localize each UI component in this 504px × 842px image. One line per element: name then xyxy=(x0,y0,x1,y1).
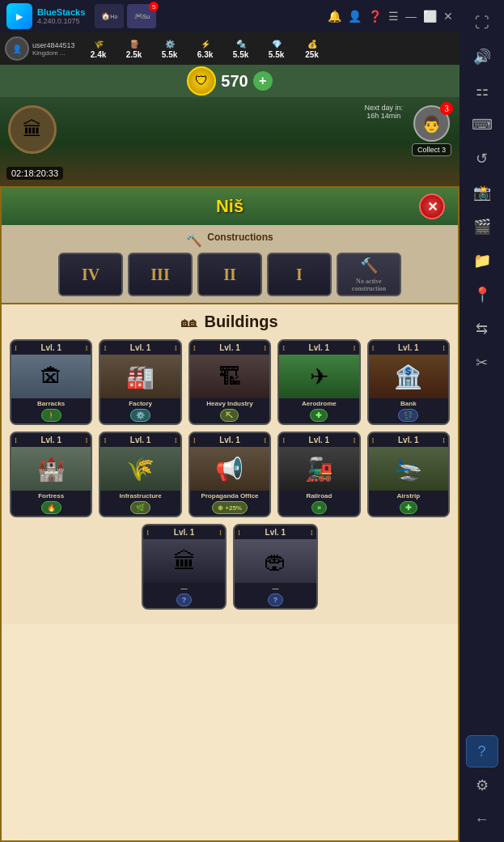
propaganda-footer: Propaganda Office ⊕ +25% xyxy=(190,491,269,516)
bluestacks-logo: ▶ xyxy=(6,3,32,29)
money-value: 25k xyxy=(305,50,319,59)
files-button[interactable]: 📁 xyxy=(466,245,498,277)
location-button[interactable]: 📍 xyxy=(466,279,498,311)
gems-icon: 💎 xyxy=(269,38,285,49)
notification-icon[interactable]: 🔔 xyxy=(328,10,341,23)
tab-home[interactable]: 🏠Ho xyxy=(95,4,124,28)
back-sidebar-button[interactable]: ← xyxy=(466,803,498,836)
propaganda-badge: ⊕ +25% xyxy=(212,501,248,514)
railroad-img-icon: 🚂 xyxy=(305,456,333,483)
game-map: 🏛 02:18:20:33 Next day in: 16h 14min 👨 3… xyxy=(0,97,460,186)
aerodrome-img-icon: ✈ xyxy=(310,364,328,390)
crop-button[interactable]: ✂ xyxy=(466,347,498,379)
heavy-industry-footer: Heavy Industry ⛏ xyxy=(190,398,269,423)
add-coins-button[interactable]: + xyxy=(253,71,273,91)
building-infrastructure[interactable]: I Lvl. 1 I 🌾 Infrastructure 🌿 xyxy=(99,432,181,517)
help-sidebar-button[interactable]: ? xyxy=(466,735,498,768)
close-topbar-icon[interactable]: ✕ xyxy=(443,10,453,23)
coins-bar: 🛡 570 + xyxy=(0,65,460,97)
propaganda-img-icon: 📢 xyxy=(215,456,244,483)
fortress-badge: 🔥 xyxy=(41,501,61,514)
user-avatar[interactable]: 👤 xyxy=(5,36,29,61)
building-unknown-1[interactable]: I Lvl. 1 I 🏛 — ? xyxy=(142,524,227,610)
energy-value: 6.3k xyxy=(197,50,213,59)
help-topbar-icon[interactable]: ❓ xyxy=(368,10,382,23)
infrastructure-image: 🌾 xyxy=(100,447,180,491)
settings-sidebar-button[interactable]: ⚙ xyxy=(466,769,498,802)
rotate-button[interactable]: ↺ xyxy=(466,142,498,175)
building-barracks[interactable]: I Lvl. 1 I 🏚 Barracks 🚶 xyxy=(10,339,92,425)
construction-slots: IV III II I 🔨 No active construction xyxy=(11,253,448,296)
building-bank[interactable]: I Lvl. 1 I 🏦 Bank 💱 xyxy=(367,339,450,425)
building-unknown-2[interactable]: I Lvl. 1 I 🏟 — ? xyxy=(233,524,318,610)
unknown1-footer: — ? xyxy=(143,583,225,608)
next-day-label: Next day in: 16h 14min xyxy=(364,104,403,120)
factory-img-icon: 🏭 xyxy=(126,364,155,390)
resource-wood: 🪵 2.5k xyxy=(117,38,151,59)
resource-gems: 💎 5.5k xyxy=(260,38,294,59)
resource-money: 💰 25k xyxy=(295,38,329,59)
barracks-header: I Lvl. 1 I xyxy=(11,341,91,355)
menu-icon[interactable]: ☰ xyxy=(388,10,399,23)
aerodrome-image: ✈ xyxy=(279,355,358,398)
resource-energy: ⚡ 6.3k xyxy=(188,38,222,59)
unknown2-header: I Lvl. 1 I xyxy=(235,525,316,539)
buildings-header-icon: 🏘 xyxy=(181,313,197,331)
slot-i[interactable]: I xyxy=(267,253,332,296)
building-aerodrome[interactable]: I Lvl. 1 I ✈ Aerodrome ✚ xyxy=(277,339,360,425)
airstrip-badge: ✚ xyxy=(400,501,417,514)
aerodrome-badge: ✚ xyxy=(310,409,328,422)
slot-iv[interactable]: IV xyxy=(58,253,123,296)
food-value: 2.4k xyxy=(91,50,106,59)
buildings-title: Buildings xyxy=(204,313,277,331)
username: user4844513 xyxy=(32,41,75,49)
building-airstrip[interactable]: I Lvl. 1 I 🛬 Airstrip ✚ xyxy=(367,432,450,517)
volume-button[interactable]: 🔊 xyxy=(466,40,498,73)
swap-button[interactable]: ⇆ xyxy=(466,313,498,345)
screenshot-button[interactable]: 📸 xyxy=(466,176,498,209)
barracks-img-icon: 🏚 xyxy=(40,364,62,390)
keyboard-button[interactable]: ⌨ xyxy=(466,108,498,141)
building-heavy-industry[interactable]: I Lvl. 1 I 🏗 Heavy Industry ⛏ xyxy=(188,339,271,425)
slot-ii[interactable]: II xyxy=(197,253,262,296)
constructions-section: 🔨 Constructions IV III II I xyxy=(2,225,458,304)
airstrip-header: I Lvl. 1 I xyxy=(369,433,448,447)
fortress-image: 🏰 xyxy=(11,447,91,491)
collect-button[interactable]: Collect 3 xyxy=(412,143,451,156)
tab-su[interactable]: 🎮Su 5 xyxy=(127,4,156,28)
slot-iii[interactable]: III xyxy=(128,253,193,296)
unknown1-image: 🏛 xyxy=(143,539,225,583)
factory-image: 🏭 xyxy=(100,355,180,398)
account-icon[interactable]: 👤 xyxy=(348,10,362,23)
minimize-icon[interactable]: — xyxy=(405,10,417,23)
close-city-button[interactable]: ✕ xyxy=(419,193,445,219)
buildings-header: 🏘 Buildings xyxy=(10,313,450,331)
metal-value: 5.5k xyxy=(162,50,177,59)
infrastructure-footer: Infrastructure 🌿 xyxy=(100,491,180,516)
filter-button[interactable]: ⚏ xyxy=(466,74,498,107)
city-panel: Niš ✕ 🔨 Constructions IV III II xyxy=(0,186,460,842)
app-tabs: 🏠Ho 🎮Su 5 xyxy=(95,4,156,28)
fullscreen-button[interactable]: ⛶ xyxy=(466,6,498,39)
building-factory[interactable]: I Lvl. 1 I 🏭 Factory ⚙️ xyxy=(99,339,181,425)
bank-img-icon: 🏦 xyxy=(394,364,422,390)
resource-food: 🌾 2.4k xyxy=(82,38,116,59)
railroad-image: 🚂 xyxy=(279,447,358,491)
factory-footer: Factory ⚙️ xyxy=(100,398,180,423)
maximize-icon[interactable]: ⬜ xyxy=(423,10,437,23)
metal-icon: ⚙️ xyxy=(162,38,178,49)
bank-header: I Lvl. 1 I xyxy=(369,341,448,355)
topbar-icons: 🔔 👤 ❓ ☰ — ⬜ ✕ xyxy=(328,10,453,23)
propaganda-image: 📢 xyxy=(190,447,269,491)
building-propaganda-office[interactable]: I Lvl. 1 I 📢 Propaganda Office ⊕ +25% xyxy=(188,432,271,517)
barracks-badge: 🚶 xyxy=(41,409,61,422)
building-fortress[interactable]: I Lvl. 1 I 🏰 Fortress 🔥 xyxy=(10,432,92,517)
unknown2-badge: ? xyxy=(268,593,284,606)
collect-count: 3 xyxy=(440,102,453,115)
constructions-label: Constructions xyxy=(207,232,273,243)
record-button[interactable]: 🎬 xyxy=(466,210,498,243)
bank-footer: Bank 💱 xyxy=(369,398,448,423)
building-railroad[interactable]: I Lvl. 1 I 🚂 Railroad » xyxy=(277,432,360,517)
railroad-header: I Lvl. 1 I xyxy=(279,433,358,447)
wood-value: 2.5k xyxy=(126,50,142,59)
